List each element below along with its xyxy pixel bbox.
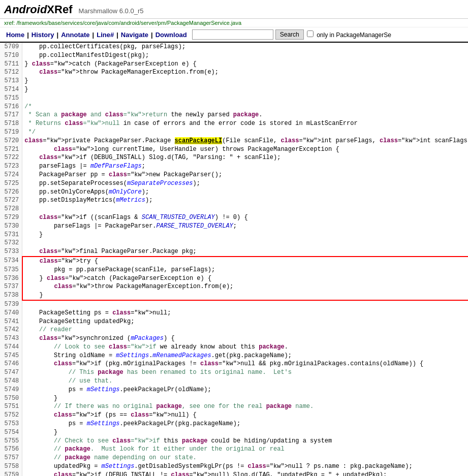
- line-number[interactable]: 5743: [0, 334, 22, 343]
- line-number[interactable]: 5737: [0, 282, 22, 291]
- line-number[interactable]: 5748: [0, 377, 22, 386]
- search-button[interactable]: Search: [275, 29, 304, 40]
- code-line: [22, 205, 468, 213]
- line-number[interactable]: 5720: [0, 137, 22, 145]
- line-number[interactable]: 5712: [0, 68, 22, 77]
- line-number[interactable]: 5733: [0, 247, 22, 257]
- table-row: 5737 class="kw">throw PackageManagerExce…: [0, 282, 468, 291]
- only-checkbox[interactable]: [307, 30, 314, 37]
- code-line: PackageSetting updatedPkg;: [22, 318, 468, 326]
- line-number[interactable]: 5752: [0, 411, 22, 420]
- table-row: 5719 */: [0, 128, 468, 137]
- line-number[interactable]: 5754: [0, 428, 22, 437]
- table-row: 5735 pkg = pp.parsePackage(scanFile, par…: [0, 266, 468, 274]
- table-row: 5712 class="kw">throw PackageManagerExce…: [0, 68, 468, 77]
- line-number[interactable]: 5738: [0, 291, 22, 300]
- line-number[interactable]: 5751: [0, 402, 22, 411]
- line-number[interactable]: 5729: [0, 213, 22, 222]
- search-input[interactable]: [192, 29, 273, 40]
- version-label: Marshmallow 6.0.0_r5: [79, 7, 144, 15]
- line-number[interactable]: 5734: [0, 257, 22, 266]
- nav-navigate[interactable]: Navigate: [119, 30, 150, 40]
- line-number[interactable]: 5740: [0, 309, 22, 318]
- table-row: 5713}: [0, 77, 468, 85]
- line-number[interactable]: 5741: [0, 318, 22, 326]
- code-line: class="kw">throw PackageManagerException…: [22, 68, 468, 77]
- line-number[interactable]: 5716: [0, 103, 22, 111]
- table-row: 5728: [0, 205, 468, 213]
- code-line: pkg = pp.parsePackage(scanFile, parseFla…: [22, 266, 468, 274]
- code-line: }: [22, 428, 468, 437]
- table-row: 5745 String oldName = mSettings.mRenamed…: [0, 352, 468, 360]
- line-number[interactable]: 5756: [0, 445, 22, 454]
- nav-linenum[interactable]: Line#: [95, 30, 116, 40]
- line-number[interactable]: 5730: [0, 222, 22, 231]
- code-line: pp.setDisplayMetrics(mMetrics);: [22, 196, 468, 205]
- code-line: class="kw">if (DEBUG_INSTALL != class="k…: [22, 471, 468, 476]
- line-number[interactable]: 5713: [0, 77, 22, 85]
- line-number[interactable]: 5715: [0, 94, 22, 103]
- code-line: // This package has been renamed to its …: [22, 368, 468, 377]
- line-number[interactable]: 5714: [0, 85, 22, 94]
- table-row: 5722 class="kw">if (DEBUG_INSTALL) Slog.…: [0, 153, 468, 162]
- site-logo: AndroidXRef: [4, 3, 76, 16]
- line-number[interactable]: 5749: [0, 386, 22, 394]
- line-number[interactable]: 5731: [0, 231, 22, 239]
- nav-download[interactable]: Download: [153, 30, 189, 40]
- line-number[interactable]: 5719: [0, 128, 22, 137]
- line-number[interactable]: 5753: [0, 420, 22, 428]
- line-number[interactable]: 5744: [0, 343, 22, 352]
- line-number[interactable]: 5727: [0, 196, 22, 205]
- line-number[interactable]: 5758: [0, 462, 22, 471]
- code-line: pp.setSeparateProcesses(mSeparateProcess…: [22, 179, 468, 188]
- line-number[interactable]: 5755: [0, 437, 22, 446]
- nav-annotate[interactable]: Annotate: [59, 30, 91, 40]
- line-number[interactable]: 5759: [0, 471, 22, 476]
- line-number[interactable]: 5724: [0, 171, 22, 179]
- table-row: 5753 ps = mSettings.peekPackageLPr(pkg.p…: [0, 420, 468, 428]
- table-row: 5743 class="kw">synchronized (mPackages)…: [0, 334, 468, 343]
- line-number[interactable]: 5711: [0, 60, 22, 69]
- line-number[interactable]: 5746: [0, 360, 22, 368]
- nav-home[interactable]: Home: [4, 30, 26, 40]
- line-number[interactable]: 5757: [0, 454, 22, 462]
- code-line: class="kw">synchronized (mPackages) {: [22, 334, 468, 343]
- breadcrumb: xref: /frameworks/base/services/core/jav…: [0, 19, 468, 27]
- table-row: 5740 PackageSetting ps = class="kw">null…: [0, 309, 468, 318]
- nav-history[interactable]: History: [29, 30, 56, 40]
- line-number[interactable]: 5709: [0, 43, 22, 51]
- code-line: parseFlags |= PackageParser.PARSE_TRUSTE…: [22, 222, 468, 231]
- code-line: // use that.: [22, 377, 468, 386]
- line-number[interactable]: 5718: [0, 119, 22, 128]
- line-number[interactable]: 5721: [0, 145, 22, 154]
- line-number[interactable]: 5735: [0, 266, 22, 274]
- line-number[interactable]: 5722: [0, 153, 22, 162]
- line-number[interactable]: 5747: [0, 368, 22, 377]
- code-line: class="kw">if ((scanFlags & SCAN_TRUSTED…: [22, 213, 468, 222]
- code-line: /*: [22, 103, 468, 111]
- line-number[interactable]: 5750: [0, 394, 22, 403]
- line-number[interactable]: 5723: [0, 162, 22, 171]
- line-number[interactable]: 5745: [0, 352, 22, 360]
- table-row: 5749 ps = mSettings.peekPackageLPr(oldNa…: [0, 386, 468, 394]
- code-line: // reader: [22, 326, 468, 334]
- code-line: // Check to see class="kw">if this packa…: [22, 437, 468, 446]
- table-row: 5759 class="kw">if (DEBUG_INSTALL != cla…: [0, 471, 468, 476]
- line-number[interactable]: 5732: [0, 239, 22, 247]
- table-row: 5754 }: [0, 428, 468, 437]
- table-row: 5757 // package name depending on our st…: [0, 454, 468, 462]
- line-number[interactable]: 5726: [0, 188, 22, 197]
- code-line: class="kw">if (ps == class="kw">null) {: [22, 411, 468, 420]
- line-number[interactable]: 5736: [0, 274, 22, 283]
- line-number[interactable]: 5725: [0, 179, 22, 188]
- page-header: AndroidXRef Marshmallow 6.0.0_r5: [0, 0, 468, 19]
- code-line: pp.setOnlyCoreApps(mOnlyCore);: [22, 188, 468, 197]
- line-number[interactable]: 5728: [0, 205, 22, 213]
- line-number[interactable]: 5717: [0, 111, 22, 119]
- line-number[interactable]: 5742: [0, 326, 22, 334]
- table-row: 5741 PackageSetting updatedPkg;: [0, 318, 468, 326]
- table-row: 5752 class="kw">if (ps == class="kw">nul…: [0, 411, 468, 420]
- line-number[interactable]: 5739: [0, 300, 22, 309]
- table-row: 5751 // If there was no original package…: [0, 402, 468, 411]
- line-number[interactable]: 5710: [0, 51, 22, 60]
